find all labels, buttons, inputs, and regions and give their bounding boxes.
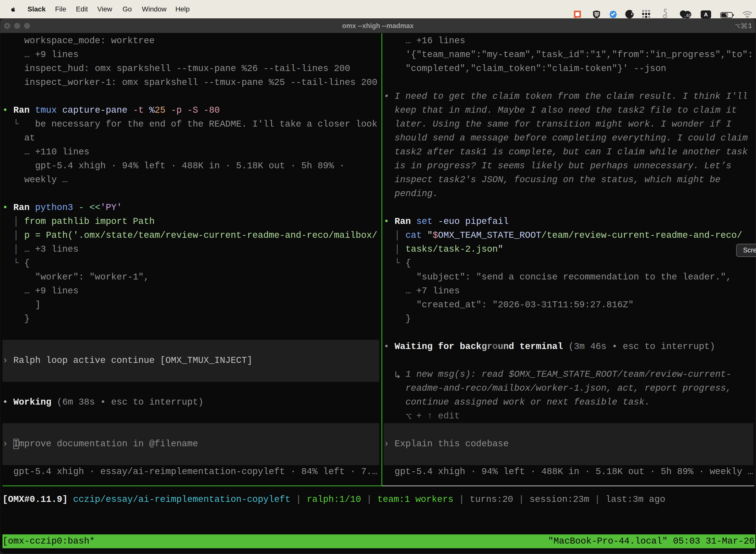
- svg-text:A: A: [704, 11, 708, 18]
- svg-text:..61: ..61: [684, 13, 691, 18]
